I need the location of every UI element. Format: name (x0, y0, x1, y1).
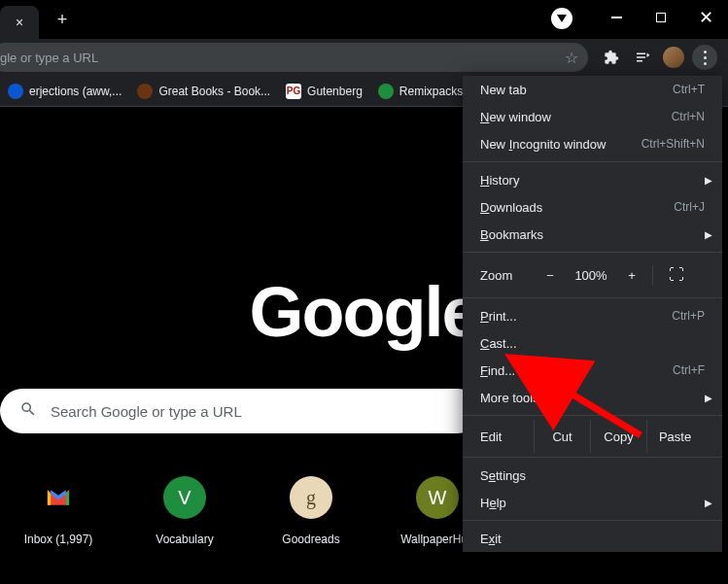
chevron-right-icon: ▶ (705, 229, 712, 240)
bookmark-item[interactable]: Remixpacks (378, 84, 463, 99)
new-tab-button[interactable]: + (49, 6, 76, 33)
title-bar: × + ✕ (0, 0, 728, 39)
search-placeholder: Search Google or type a URL (51, 403, 242, 420)
bookmark-label: Remixpacks (399, 85, 463, 98)
bookmark-star-icon[interactable]: ☆ (565, 49, 578, 67)
menu-cast[interactable]: Cast... (463, 329, 722, 357)
cut-button[interactable]: Cut (534, 420, 590, 453)
shortcut-goodreads[interactable]: g Goodreads (272, 476, 350, 546)
menu-downloads[interactable]: DownloadsCtrl+J (463, 193, 722, 221)
chevron-right-icon: ▶ (705, 175, 712, 186)
shortcut-label: Inbox (1,997) (24, 532, 93, 546)
bookmark-label: Great Books - Book... (158, 85, 270, 98)
zoom-out-button[interactable]: − (534, 268, 567, 283)
fullscreen-icon[interactable]: ⛶ (657, 266, 696, 284)
menu-new-incognito[interactable]: New Incognito windowCtrl+Shift+N (463, 130, 722, 157)
paste-button[interactable]: Paste (646, 420, 703, 453)
menu-zoom: Zoom − 100% + ⛶ (463, 257, 722, 293)
menu-find[interactable]: Find...Ctrl+F (463, 357, 722, 384)
extensions-icon[interactable] (598, 44, 625, 71)
menu-new-tab[interactable]: New tabCtrl+T (463, 76, 722, 103)
window-controls: ✕ (594, 0, 728, 35)
minimize-button[interactable] (594, 0, 639, 35)
chevron-right-icon: ▶ (705, 498, 712, 508)
shortcut-inbox[interactable]: Inbox (1,997) (19, 476, 97, 546)
tab-strip: × + (0, 0, 76, 39)
main-menu-button[interactable] (691, 44, 718, 71)
maximize-button[interactable] (639, 0, 683, 35)
omnibox-text: gle or type a URL (0, 51, 98, 65)
search-icon (19, 400, 37, 423)
copy-button[interactable]: Copy (590, 420, 646, 453)
shortcut-label: Goodreads (282, 532, 339, 546)
active-tab[interactable]: × (0, 6, 39, 39)
menu-help[interactable]: Help▶ (463, 489, 722, 516)
menu-bookmarks[interactable]: Bookmarks▶ (463, 221, 722, 248)
shortcut-label: Vocabulary (156, 532, 213, 546)
zoom-in-button[interactable]: + (615, 268, 648, 283)
menu-print[interactable]: Print...Ctrl+P (463, 302, 722, 329)
shortcut-vocabulary[interactable]: V Vocabulary (146, 476, 224, 546)
menu-new-window[interactable]: New windowCtrl+N (463, 103, 722, 130)
menu-more-tools[interactable]: More tools▶ (463, 384, 722, 411)
profile-avatar[interactable] (660, 44, 687, 71)
address-bar[interactable]: gle or type a URL ☆ (0, 43, 588, 72)
zoom-value: 100% (567, 268, 615, 283)
google-logo: Google (250, 272, 479, 352)
close-tab-icon[interactable]: × (16, 15, 23, 30)
toolbar: gle or type a URL ☆ (0, 39, 728, 76)
chrome-main-menu: New tabCtrl+T New windowCtrl+N New Incog… (463, 76, 722, 552)
menu-history[interactable]: History▶ (463, 166, 722, 193)
menu-edit: Edit Cut Copy Paste (463, 420, 722, 453)
bookmark-label: erjections (aww,... (29, 85, 121, 98)
close-window-button[interactable]: ✕ (683, 0, 728, 35)
media-control-icon[interactable] (629, 44, 656, 71)
bookmark-item[interactable]: erjections (aww,... (8, 84, 121, 99)
menu-settings[interactable]: Settings (463, 462, 722, 489)
bookmark-item[interactable]: Great Books - Book... (137, 84, 270, 99)
menu-exit[interactable]: Exit (463, 525, 722, 552)
bookmark-item[interactable]: PGGutenberg (286, 84, 363, 99)
chevron-right-icon: ▶ (705, 393, 712, 403)
profile-indicator-icon[interactable] (551, 8, 572, 29)
search-box[interactable]: Search Google or type a URL (0, 389, 480, 433)
bookmark-label: Gutenberg (307, 85, 363, 98)
